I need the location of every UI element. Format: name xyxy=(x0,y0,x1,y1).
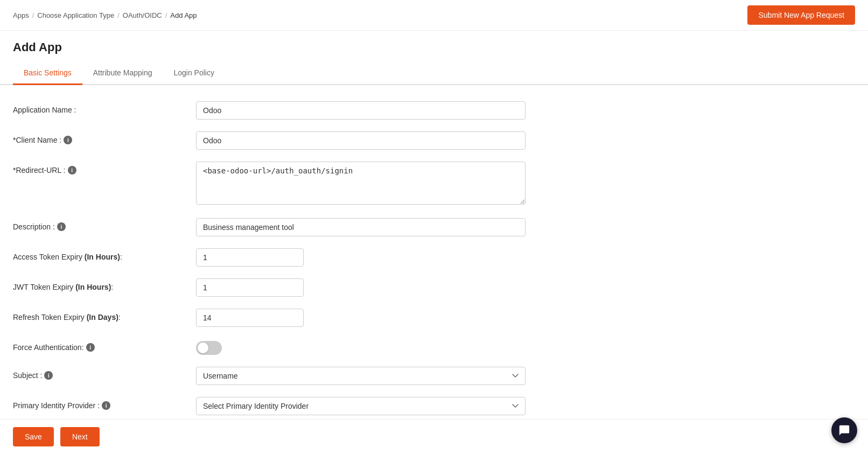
access-token-expiry-input[interactable] xyxy=(196,248,304,267)
redirect-url-textarea[interactable]: <base-odoo-url>/auth_oauth/signin xyxy=(196,162,526,205)
form-section: Application Name : *Client Name : i *Red… xyxy=(0,85,538,454)
primary-idp-row: Primary Identity Provider : i Select Pri… xyxy=(13,397,526,415)
subject-label: Subject : i xyxy=(13,367,196,380)
subject-row: Subject : i Username Email User ID xyxy=(13,367,526,385)
toggle-slider xyxy=(196,341,222,355)
client-name-input[interactable] xyxy=(196,131,526,150)
description-label: Description : i xyxy=(13,218,196,231)
breadcrumb-sep-1: / xyxy=(32,11,34,19)
page-title-section: Add App xyxy=(0,31,868,54)
refresh-token-expiry-row: Refresh Token Expiry (In Days): xyxy=(13,309,526,327)
redirect-url-control: <base-odoo-url>/auth_oauth/signin xyxy=(196,162,526,206)
save-button[interactable]: Save xyxy=(13,427,54,446)
submit-new-app-button[interactable]: Submit New App Request xyxy=(747,5,855,25)
primary-idp-label: Primary Identity Provider : i xyxy=(13,397,196,410)
access-token-expiry-row: Access Token Expiry (In Hours): xyxy=(13,248,526,267)
footer-buttons: Save Next xyxy=(0,419,868,454)
description-info-icon: i xyxy=(57,222,66,231)
jwt-token-expiry-row: JWT Token Expiry (In Hours): xyxy=(13,278,526,297)
breadcrumb-add-app: Add App xyxy=(170,11,197,19)
access-token-expiry-label: Access Token Expiry (In Hours): xyxy=(13,248,196,261)
breadcrumb-apps[interactable]: Apps xyxy=(13,11,29,19)
breadcrumb-choose-app-type[interactable]: Choose Application Type xyxy=(37,11,114,19)
force-authentication-row: Force Authentication: i xyxy=(13,339,526,355)
primary-idp-control: Select Primary Identity Provider xyxy=(196,397,526,415)
application-name-input[interactable] xyxy=(196,101,526,120)
refresh-token-expiry-input[interactable] xyxy=(196,309,304,327)
description-control xyxy=(196,218,526,236)
application-name-control xyxy=(196,101,526,120)
breadcrumb-sep-2: / xyxy=(117,11,120,19)
client-name-row: *Client Name : i xyxy=(13,131,526,150)
subject-info-icon: i xyxy=(44,371,53,380)
tab-login-policy[interactable]: Login Policy xyxy=(163,62,225,85)
redirect-url-info-icon: i xyxy=(68,166,76,174)
redirect-url-row: *Redirect-URL : i <base-odoo-url>/auth_o… xyxy=(13,162,526,206)
next-button[interactable]: Next xyxy=(60,427,100,446)
client-name-label: *Client Name : i xyxy=(13,131,196,144)
access-token-expiry-control xyxy=(196,248,526,267)
description-input[interactable] xyxy=(196,218,526,236)
page-title: Add App xyxy=(13,40,855,54)
jwt-token-expiry-control xyxy=(196,278,526,297)
jwt-token-expiry-label: JWT Token Expiry (In Hours): xyxy=(13,278,196,291)
subject-control: Username Email User ID xyxy=(196,367,526,385)
chat-icon[interactable] xyxy=(831,417,857,443)
tab-attribute-mapping[interactable]: Attribute Mapping xyxy=(82,62,163,85)
description-row: Description : i xyxy=(13,218,526,236)
page-header: Apps / Choose Application Type / OAuth/O… xyxy=(0,0,868,31)
redirect-url-label: *Redirect-URL : i xyxy=(13,162,196,174)
refresh-token-expiry-control xyxy=(196,309,526,327)
breadcrumb: Apps / Choose Application Type / OAuth/O… xyxy=(13,11,197,19)
application-name-row: Application Name : xyxy=(13,101,526,120)
force-auth-toggle[interactable] xyxy=(196,341,222,355)
tab-basic-settings[interactable]: Basic Settings xyxy=(13,62,82,85)
application-name-label: Application Name : xyxy=(13,101,196,114)
tabs-container: Basic Settings Attribute Mapping Login P… xyxy=(0,62,868,85)
breadcrumb-oauth-oidc[interactable]: OAuth/OIDC xyxy=(123,11,162,19)
client-name-info-icon: i xyxy=(64,136,72,144)
force-authentication-control xyxy=(196,339,526,355)
refresh-token-expiry-label: Refresh Token Expiry (In Days): xyxy=(13,309,196,322)
client-name-control xyxy=(196,131,526,150)
force-authentication-label: Force Authentication: i xyxy=(13,339,196,352)
breadcrumb-sep-3: / xyxy=(165,11,167,19)
jwt-token-expiry-input[interactable] xyxy=(196,278,304,297)
primary-idp-select[interactable]: Select Primary Identity Provider xyxy=(196,397,526,415)
force-auth-info-icon: i xyxy=(86,343,95,352)
primary-idp-info-icon: i xyxy=(102,401,110,410)
subject-select[interactable]: Username Email User ID xyxy=(196,367,526,385)
